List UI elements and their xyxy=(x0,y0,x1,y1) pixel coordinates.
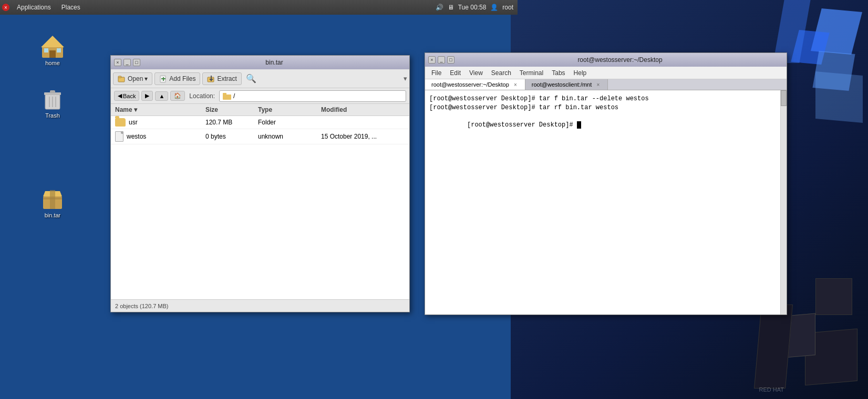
filemanager-window: × _ □ bin.tar Open ▾ Add Files xyxy=(110,55,410,312)
search-icon[interactable]: 🔍 xyxy=(244,71,259,86)
filemanager-titlebar: × _ □ bin.tar xyxy=(111,56,409,69)
terminal-maximize-btn[interactable]: □ xyxy=(447,56,454,64)
home-icon xyxy=(40,34,65,59)
filemanager-filelist: usr 120.7 MB Folder westos 0 bytes unkno… xyxy=(111,116,409,299)
display-icon: 🖥 xyxy=(448,4,454,11)
svg-rect-14 xyxy=(43,197,62,200)
toolbar-expand-icon[interactable]: ▾ xyxy=(404,75,407,82)
terminal-content[interactable]: [root@westosserver Desktop]# tar f bin.t… xyxy=(425,90,780,314)
tab1-close-icon[interactable]: × xyxy=(512,81,519,88)
terminal-tab-2[interactable]: root@westosclient:/mnt × xyxy=(525,79,608,90)
terminal-menubar: File Edit View Search Terminal Tabs Help xyxy=(425,67,787,79)
terminal-titlebar: × _ □ root@westosserver:~/Desktop xyxy=(425,53,787,67)
filemanager-statusbar: 2 objects (120.7 MB) xyxy=(111,299,409,312)
tab1-label: root@westosserver:~/Desktop xyxy=(431,81,509,88)
table-row[interactable]: westos 0 bytes unknown 15 October 2019, … xyxy=(111,129,409,144)
file-name-usr: usr xyxy=(115,118,205,127)
appbar-close-btn[interactable]: × xyxy=(2,4,9,11)
terminal-line-2: [root@westosserver Desktop]# tar rf bin.… xyxy=(429,103,776,112)
extract-label: Extract xyxy=(217,75,236,82)
open-button[interactable]: Open ▾ xyxy=(113,72,152,85)
terminal-minimize-btn[interactable]: _ xyxy=(438,56,445,64)
terminal-line-3: [root@westosserver Desktop]# xyxy=(429,112,776,139)
file-name-label: westos xyxy=(127,133,146,140)
terminal-close-btn[interactable]: × xyxy=(428,56,436,64)
col-header-name[interactable]: Name ▾ xyxy=(115,106,205,113)
back-arrow-icon: ◀ xyxy=(118,92,122,99)
add-files-button[interactable]: Add Files xyxy=(154,72,200,85)
file-size: 0 bytes xyxy=(205,133,258,140)
terminal-menu-tabs[interactable]: Tabs xyxy=(547,68,569,78)
col-header-size[interactable]: Size xyxy=(205,106,258,113)
desktop-icon-bintar[interactable]: bin.tar xyxy=(32,184,74,220)
terminal-tab-1[interactable]: root@westosserver:~/Desktop × xyxy=(425,79,525,90)
svg-marker-1 xyxy=(41,36,64,47)
applications-menu[interactable]: Applications xyxy=(12,2,56,13)
terminal-title: root@westosserver:~/Desktop xyxy=(457,56,783,64)
terminal-body: [root@westosserver Desktop]# tar f bin.t… xyxy=(425,90,787,314)
open-label: Open xyxy=(128,75,143,82)
terminal-menu-file[interactable]: File xyxy=(427,68,446,78)
filemanager-column-headers: Name ▾ Size Type Modified xyxy=(111,104,409,116)
folder-nav-icon xyxy=(223,92,231,100)
terminal-window: × _ □ root@westosserver:~/Desktop File E… xyxy=(425,52,787,315)
terminal-menu-edit[interactable]: Edit xyxy=(446,68,465,78)
desktop: RED HAT × Applications Places 🔊 🖥 Tue 00… xyxy=(0,0,868,399)
file-name-westos: westos xyxy=(115,131,205,142)
desktop-icon-home[interactable]: home xyxy=(32,32,74,68)
terminal-cursor xyxy=(577,121,581,129)
up-arrow-icon: ▲ xyxy=(159,93,164,99)
forward-button[interactable]: ▶ xyxy=(141,91,153,101)
file-type: unknown xyxy=(258,133,321,140)
filemanager-minimize-btn[interactable]: _ xyxy=(123,59,131,66)
filemanager-close-btn[interactable]: × xyxy=(114,59,121,66)
volume-icon: 🔊 xyxy=(436,4,443,11)
file-name-label: usr xyxy=(129,119,138,126)
terminal-line-1: [root@westosserver Desktop]# tar f bin.t… xyxy=(429,94,776,103)
back-button[interactable]: ◀ Back xyxy=(114,91,139,101)
terminal-scrollbar[interactable] xyxy=(780,90,787,314)
terminal-menu-view[interactable]: View xyxy=(465,68,487,78)
file-icon xyxy=(115,131,123,142)
trash-icon-label: Trash xyxy=(45,112,60,119)
appbar-menu: Applications Places xyxy=(12,2,86,13)
col-header-type[interactable]: Type xyxy=(258,106,321,113)
terminal-menu-terminal[interactable]: Terminal xyxy=(515,68,547,78)
extract-button[interactable]: Extract xyxy=(202,72,241,85)
extract-icon xyxy=(207,75,215,83)
home-nav-button[interactable]: 🏠 xyxy=(170,91,185,101)
terminal-menu-search[interactable]: Search xyxy=(487,68,515,78)
svg-rect-3 xyxy=(44,48,48,52)
location-bar[interactable]: / xyxy=(219,90,406,102)
filemanager-navbar: ◀ Back ▶ ▲ 🏠 Location: / xyxy=(111,88,409,104)
places-menu[interactable]: Places xyxy=(56,2,86,13)
filemanager-maximize-btn[interactable]: □ xyxy=(133,59,140,66)
archive-icon xyxy=(40,186,65,211)
svg-rect-16 xyxy=(118,76,121,78)
tab2-close-icon[interactable]: × xyxy=(595,81,601,88)
up-button[interactable]: ▲ xyxy=(155,91,168,101)
open-icon xyxy=(118,75,126,83)
file-type: Folder xyxy=(258,119,321,126)
home-icon-label: home xyxy=(45,60,60,66)
location-label: Location: xyxy=(189,92,215,100)
user-icon: 👤 xyxy=(490,4,498,11)
add-files-label: Add Files xyxy=(169,75,195,82)
col-header-modified[interactable]: Modified xyxy=(321,106,405,113)
filemanager-title: bin.tar xyxy=(142,59,406,66)
bintar-icon-label: bin.tar xyxy=(45,212,61,218)
file-size: 120.7 MB xyxy=(205,119,258,126)
home-nav-icon: 🏠 xyxy=(174,92,181,99)
desktop-icon-trash[interactable]: Trash xyxy=(32,84,74,121)
trash-icon xyxy=(40,86,65,111)
table-row[interactable]: usr 120.7 MB Folder xyxy=(111,116,409,129)
redhat-watermark: RED HAT xyxy=(759,386,784,393)
file-modified: 15 October 2019, ... xyxy=(321,133,405,140)
svg-rect-2 xyxy=(49,50,56,58)
terminal-menu-help[interactable]: Help xyxy=(570,68,591,78)
datetime: Tue 00:58 xyxy=(458,4,487,11)
open-dropdown-icon: ▾ xyxy=(144,75,148,82)
tab2-label: root@westosclient:/mnt xyxy=(532,81,592,88)
appbar-right: 🔊 🖥 Tue 00:58 👤 root xyxy=(436,4,518,11)
svg-rect-23 xyxy=(223,94,231,100)
